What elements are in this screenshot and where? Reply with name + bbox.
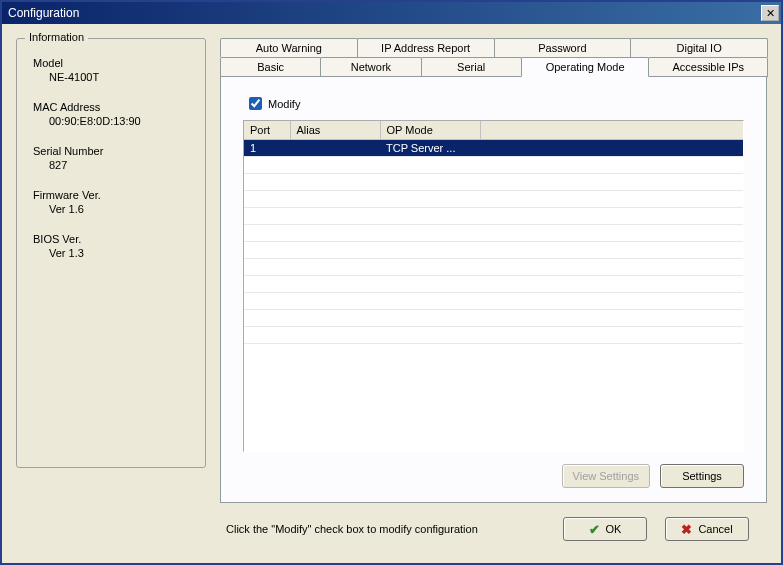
close-button[interactable]: ✕ [761, 5, 779, 21]
mac-label: MAC Address [33, 101, 195, 113]
tab-row-bottom: Basic Network Serial Operating Mode Acce… [220, 57, 767, 77]
table-row[interactable]: 1 TCP Server ... [244, 139, 743, 156]
modify-checkbox[interactable] [249, 97, 262, 110]
tab-password[interactable]: Password [494, 38, 632, 57]
cell-spacer [480, 139, 743, 156]
window-title: Configuration [8, 6, 79, 20]
window-body: Information Model NE-4100T MAC Address 0… [2, 24, 781, 563]
table-row: . [244, 241, 743, 258]
close-icon: ✕ [766, 7, 775, 20]
col-header-opmode[interactable]: OP Mode [380, 121, 480, 139]
table-row: . [244, 173, 743, 190]
table-row: . [244, 224, 743, 241]
information-legend: Information [25, 31, 88, 43]
bios-value: Ver 1.3 [49, 247, 195, 259]
tab-content-operating-mode: Modify Port Alias OP Mode [220, 76, 767, 503]
tab-accessible-ips[interactable]: Accessible IPs [648, 57, 768, 77]
tab-ip-report[interactable]: IP Address Report [357, 38, 495, 57]
footer: Click the "Modify" check box to modify c… [16, 503, 767, 555]
table-buttons-row: View Settings Settings [243, 464, 744, 488]
cancel-label: Cancel [698, 523, 732, 535]
tab-digital-io[interactable]: Digital IO [630, 38, 768, 57]
titlebar: Configuration ✕ [2, 2, 781, 24]
col-header-port[interactable]: Port [244, 121, 290, 139]
table-row: . [244, 258, 743, 275]
information-groupbox: Information Model NE-4100T MAC Address 0… [16, 38, 206, 468]
cancel-button[interactable]: ✖ Cancel [665, 517, 749, 541]
tab-rows: Auto Warning IP Address Report Password … [220, 38, 767, 77]
table-row: . [244, 309, 743, 326]
cell-alias [290, 139, 380, 156]
modify-label: Modify [268, 98, 300, 110]
tab-basic[interactable]: Basic [220, 57, 321, 77]
mac-value: 00:90:E8:0D:13:90 [49, 115, 195, 127]
x-icon: ✖ [681, 522, 692, 537]
port-table[interactable]: Port Alias OP Mode 1 TCP S [243, 120, 744, 452]
col-header-alias[interactable]: Alias [290, 121, 380, 139]
tab-operating-mode[interactable]: Operating Mode [521, 57, 650, 77]
table-row: . [244, 275, 743, 292]
firmware-value: Ver 1.6 [49, 203, 195, 215]
table-header-row: Port Alias OP Mode [244, 121, 743, 139]
check-icon: ✔ [589, 522, 600, 537]
table-row: . [244, 190, 743, 207]
cell-port: 1 [244, 139, 290, 156]
table-row: . [244, 326, 743, 343]
ok-label: OK [606, 523, 622, 535]
serial-label: Serial Number [33, 145, 195, 157]
config-window: Configuration ✕ Information Model NE-410… [0, 0, 783, 565]
tab-serial[interactable]: Serial [421, 57, 522, 77]
view-settings-button: View Settings [562, 464, 650, 488]
table-row: . [244, 156, 743, 173]
tab-row-top: Auto Warning IP Address Report Password … [220, 38, 767, 57]
model-value: NE-4100T [49, 71, 195, 83]
table-body: 1 TCP Server ... . . . . . . [244, 139, 743, 343]
bios-label: BIOS Ver. [33, 233, 195, 245]
ok-button[interactable]: ✔ OK [563, 517, 647, 541]
cell-opmode: TCP Server ... [380, 139, 480, 156]
table-row: . [244, 207, 743, 224]
tab-auto-warning[interactable]: Auto Warning [220, 38, 358, 57]
tab-network[interactable]: Network [320, 57, 421, 77]
modify-row: Modify [249, 97, 744, 110]
tabs-area: Auto Warning IP Address Report Password … [220, 38, 767, 503]
serial-value: 827 [49, 159, 195, 171]
col-header-spacer [480, 121, 743, 139]
firmware-label: Firmware Ver. [33, 189, 195, 201]
footer-buttons: ✔ OK ✖ Cancel [563, 517, 749, 541]
upper-area: Information Model NE-4100T MAC Address 0… [16, 38, 767, 503]
model-label: Model [33, 57, 195, 69]
table-row: . [244, 292, 743, 309]
footer-hint: Click the "Modify" check box to modify c… [226, 523, 478, 535]
settings-button[interactable]: Settings [660, 464, 744, 488]
